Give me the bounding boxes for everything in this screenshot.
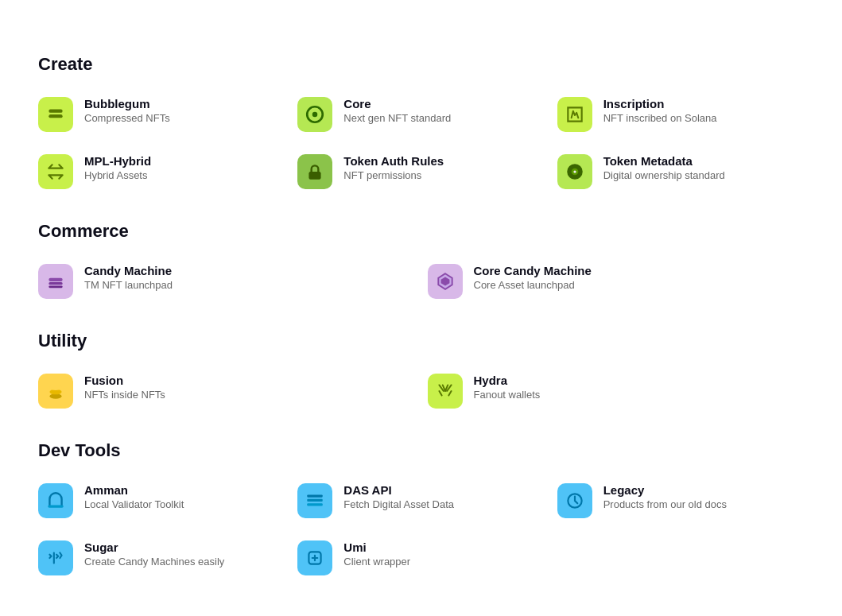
card-desc-core-candy-machine: Core Asset launchpad [474,279,592,291]
fusion-icon [38,374,73,409]
amman-icon [38,483,73,518]
grid-utility: FusionNFTs inside NFTs HydraFanout walle… [38,370,804,412]
svg-rect-1 [49,114,62,118]
svg-rect-17 [308,494,324,497]
bubblegum-icon [38,97,73,132]
card-name-amman: Amman [84,483,184,497]
card-name-umi: Umi [343,540,410,554]
card-name-core-candy-machine: Core Candy Machine [474,264,592,277]
svg-rect-9 [49,282,62,285]
card-desc-amman: Local Validator Toolkit [84,498,184,510]
section-title-create: Create [38,54,804,75]
svg-rect-8 [49,278,62,281]
core-candy-machine-icon [428,264,463,299]
card-amman[interactable]: AmmanLocal Validator Toolkit [38,480,285,521]
section-title-devtools: Dev Tools [38,440,804,461]
card-desc-token-metadata: Digital ownership standard [603,169,725,181]
svg-rect-19 [308,503,324,506]
card-core[interactable]: CoreNext gen NFT standard [297,94,544,135]
card-das-api[interactable]: DAS APIFetch Digital Asset Data [297,480,544,521]
section-title-utility: Utility [38,331,804,351]
card-token-auth-rules[interactable]: Token Auth RulesNFT permissions [297,151,544,192]
card-legacy[interactable]: LegacyProducts from our old docs [557,480,804,521]
section-devtools: Dev Tools AmmanLocal Validator Toolkit D… [38,440,804,579]
section-commerce: Commerce Candy MachineTM NFT launchpad C… [38,221,804,302]
card-fusion[interactable]: FusionNFTs inside NFTs [38,370,415,412]
card-name-sugar: Sugar [84,540,224,554]
sugar-icon [38,540,73,575]
core-icon [297,97,332,132]
grid-create: BubblegumCompressed NFTs CoreNext gen NF… [38,94,804,192]
card-name-mpl-hybrid: MPL-Hybrid [84,154,151,168]
svg-rect-10 [49,285,62,288]
svg-point-15 [49,385,61,390]
svg-rect-0 [49,110,62,113]
card-candy-machine[interactable]: Candy MachineTM NFT launchpad [38,261,415,302]
card-desc-sugar: Create Candy Machines easily [84,556,224,568]
card-name-fusion: Fusion [84,374,165,387]
card-desc-candy-machine: TM NFT launchpad [84,279,173,291]
card-desc-umi: Client wrapper [343,556,410,568]
card-name-bubblegum: Bubblegum [84,97,170,110]
card-hydra[interactable]: HydraFanout wallets [428,370,805,412]
legacy-icon [557,483,592,518]
grid-devtools: AmmanLocal Validator Toolkit DAS APIFetc… [38,480,804,579]
card-name-candy-machine: Candy Machine [84,264,173,277]
candy-machine-icon [38,264,73,299]
card-desc-token-auth: NFT permissions [343,169,444,181]
inscription-icon [557,97,592,132]
svg-point-7 [573,170,576,172]
card-umi[interactable]: UmiClient wrapper [297,537,544,579]
svg-rect-18 [308,499,324,502]
svg-rect-16 [48,505,64,507]
card-mpl-hybrid[interactable]: MPL-HybridHybrid Assets [38,151,285,192]
card-desc-fusion: NFTs inside NFTs [84,389,165,401]
card-bubblegum[interactable]: BubblegumCompressed NFTs [38,94,285,135]
grid-commerce: Candy MachineTM NFT launchpad Core Candy… [38,261,804,302]
card-name-das-api: DAS API [343,483,454,497]
token-metadata-icon [557,154,592,189]
card-desc-mpl-hybrid: Hybrid Assets [84,169,151,181]
svg-point-3 [312,112,318,118]
card-name-legacy: Legacy [603,483,727,497]
umi-icon [297,540,332,575]
section-title-commerce: Commerce [38,221,804,242]
card-core-candy-machine[interactable]: Core Candy MachineCore Asset launchpad [428,261,805,302]
card-inscription[interactable]: InscriptionNFT inscribed on Solana [557,94,804,135]
token-auth-icon [297,154,332,189]
section-utility: Utility FusionNFTs inside NFTs HydraFano… [38,331,804,412]
card-desc-hydra: Fanout wallets [474,389,541,401]
card-name-hydra: Hydra [474,374,541,387]
card-desc-das-api: Fetch Digital Asset Data [343,498,454,510]
mpl-hybrid-icon [38,154,73,189]
section-create: Create BubblegumCompressed NFTs CoreNext… [38,54,804,192]
card-desc-core: Next gen NFT standard [343,112,451,124]
card-desc-legacy: Products from our old docs [603,498,727,510]
das-api-icon [297,483,332,518]
card-name-inscription: Inscription [603,97,717,110]
card-desc-bubblegum: Compressed NFTs [84,112,170,124]
card-token-metadata[interactable]: Token MetadataDigital ownership standard [557,151,804,192]
hydra-icon [428,374,463,409]
card-sugar[interactable]: SugarCreate Candy Machines easily [38,537,285,579]
card-name-token-auth: Token Auth Rules [343,154,444,168]
card-desc-inscription: NFT inscribed on Solana [603,112,717,124]
card-name-token-metadata: Token Metadata [603,154,725,168]
card-name-core: Core [343,97,451,110]
svg-rect-4 [309,172,321,180]
